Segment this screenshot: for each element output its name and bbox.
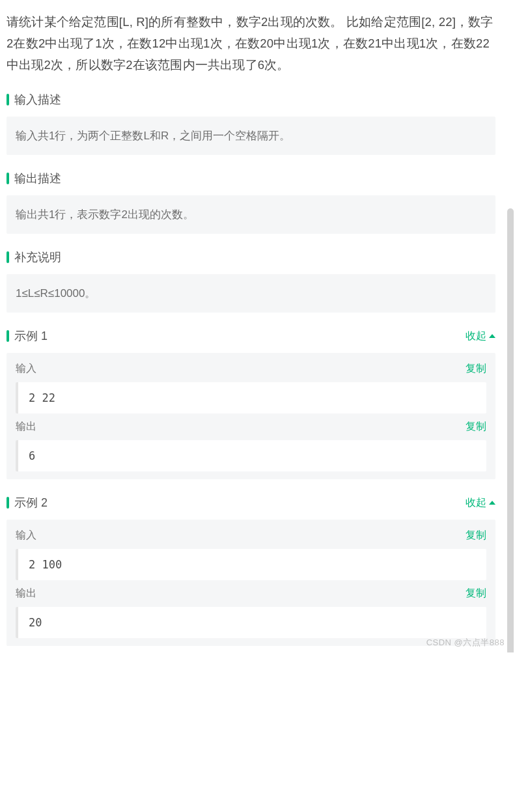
example-body: 输入 复制 2 22 输出 复制 6 [7, 353, 495, 479]
section-input-desc: 输入描述 输入共1行，为两个正整数L和R，之间用一个空格隔开。 [7, 92, 495, 155]
section-title-output-desc: 输出描述 [7, 171, 61, 186]
section-title-input-desc: 输入描述 [7, 92, 61, 107]
collapse-toggle[interactable]: 收起 [466, 496, 495, 510]
io-label-input: 输入 [16, 529, 36, 542]
copy-button[interactable]: 复制 [466, 420, 486, 434]
example-input-content: 2 22 [16, 382, 486, 413]
section-title-label: 输入描述 [14, 92, 61, 107]
problem-description: 请统计某个给定范围[L, R]的所有整数中，数字2出现的次数。 比如给定范围[2… [7, 12, 495, 76]
example-1: 示例 1 收起 输入 复制 2 22 输出 复制 6 [7, 328, 495, 479]
section-title-label: 输出描述 [14, 171, 61, 186]
section-title-label: 补充说明 [14, 249, 61, 265]
collapse-label: 收起 [466, 496, 486, 510]
tick-icon [7, 497, 9, 509]
chevron-up-icon [489, 501, 495, 505]
example-body: 输入 复制 2 100 输出 复制 20 [7, 520, 495, 646]
tick-icon [7, 94, 9, 105]
io-label-output: 输出 [16, 587, 36, 600]
example-input-block: 输入 复制 2 100 [16, 529, 486, 580]
copy-button[interactable]: 复制 [466, 587, 486, 600]
io-label-input: 输入 [16, 362, 36, 376]
section-title-example-2: 示例 2 [7, 495, 48, 511]
section-title-label: 示例 1 [14, 328, 48, 344]
example-output-block: 输出 复制 6 [16, 420, 486, 471]
example-output-content: 20 [16, 607, 486, 638]
section-title-label: 示例 2 [14, 495, 48, 511]
collapse-toggle[interactable]: 收起 [466, 329, 495, 343]
copy-button[interactable]: 复制 [466, 529, 486, 542]
example-input-content: 2 100 [16, 549, 486, 580]
example-2: 示例 2 收起 输入 复制 2 100 输出 复制 20 [7, 495, 495, 646]
copy-button[interactable]: 复制 [466, 362, 486, 376]
problem-page: 请统计某个给定范围[L, R]的所有整数中，数字2出现的次数。 比如给定范围[2… [0, 0, 502, 652]
tick-icon [7, 251, 9, 263]
output-desc-content: 输出共1行，表示数字2出现的次数。 [7, 195, 495, 234]
section-title-example-1: 示例 1 [7, 328, 48, 344]
supplement-content: 1≤L≤R≤10000。 [7, 274, 495, 313]
input-desc-content: 输入共1行，为两个正整数L和R，之间用一个空格隔开。 [7, 117, 495, 155]
io-label-output: 输出 [16, 420, 36, 434]
tick-icon [7, 330, 9, 342]
scrollbar[interactable] [507, 208, 514, 652]
tick-icon [7, 173, 9, 184]
example-output-content: 6 [16, 440, 486, 471]
section-output-desc: 输出描述 输出共1行，表示数字2出现的次数。 [7, 171, 495, 234]
collapse-label: 收起 [466, 329, 486, 343]
section-title-supplement: 补充说明 [7, 249, 61, 265]
example-input-block: 输入 复制 2 22 [16, 362, 486, 413]
example-output-block: 输出 复制 20 [16, 587, 486, 638]
chevron-up-icon [489, 334, 495, 338]
section-supplement: 补充说明 1≤L≤R≤10000。 [7, 249, 495, 313]
